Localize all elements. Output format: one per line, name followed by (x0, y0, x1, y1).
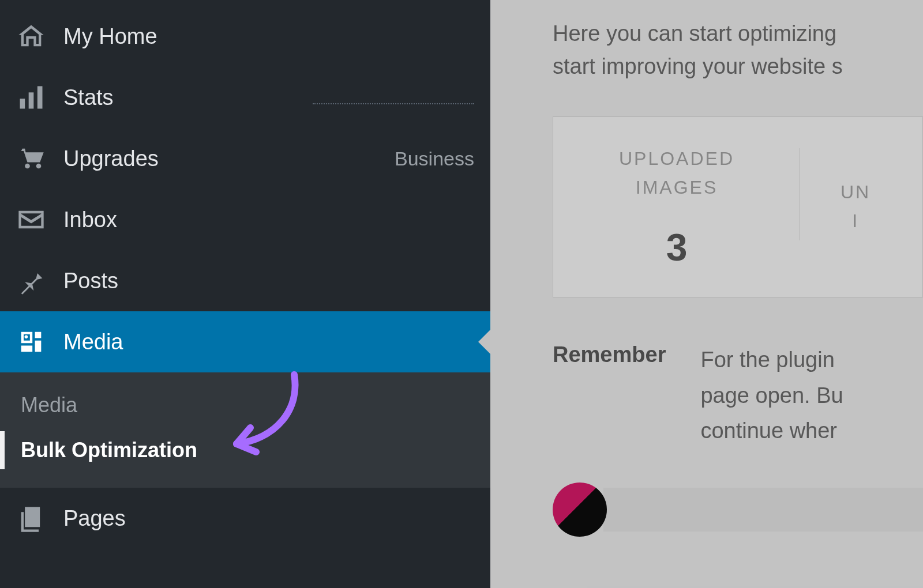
progress-row (553, 483, 923, 537)
mail-icon (16, 205, 46, 235)
admin-sidebar: My Home Stats Upgrades Business Inbox Po… (0, 0, 490, 588)
stats-sparkline-placeholder (313, 91, 474, 104)
submenu-item-bulk-optimization[interactable]: Bulk Optimization (0, 428, 490, 473)
svg-rect-2 (37, 86, 43, 109)
svg-rect-1 (29, 92, 34, 108)
progress-bar (603, 488, 923, 532)
sidebar-item-posts[interactable]: Posts (0, 250, 490, 311)
sidebar-item-my-home[interactable]: My Home (0, 6, 490, 67)
sidebar-item-stats[interactable]: Stats (0, 67, 490, 128)
sidebar-item-label: Media (63, 330, 474, 355)
pin-icon (16, 266, 46, 296)
sidebar-item-label: My Home (63, 24, 474, 49)
submenu-item-media[interactable]: Media (0, 383, 490, 428)
stats-panel: UPLOADED IMAGES 3 UN I (553, 116, 923, 297)
stat-label: UPLOADED IMAGES (582, 145, 771, 202)
stat-uploaded-images: UPLOADED IMAGES 3 (553, 117, 800, 297)
bar-chart-icon (16, 82, 46, 112)
remember-label: Remember (553, 342, 666, 367)
sidebar-item-label: Inbox (63, 208, 474, 232)
sidebar-item-label: Upgrades (63, 146, 377, 171)
cart-icon (16, 144, 46, 174)
plan-badge: Business (395, 148, 474, 170)
media-submenu: Media Bulk Optimization (0, 372, 490, 488)
sidebar-item-label: Stats (63, 85, 295, 110)
remember-text: For the plugin page open. Bu continue wh… (700, 342, 843, 449)
sidebar-item-pages[interactable]: Pages (0, 488, 490, 549)
sidebar-item-label: Pages (63, 506, 474, 531)
svg-rect-0 (20, 99, 25, 108)
sidebar-item-media[interactable]: Media (0, 311, 490, 372)
remember-block: Remember For the plugin page open. Bu co… (553, 342, 923, 449)
stat-value: 3 (666, 225, 688, 269)
intro-text: Here you can start optimizing start impr… (553, 17, 923, 83)
svg-point-3 (25, 336, 28, 339)
stat-label: UN I (841, 178, 871, 235)
main-content: Here you can start optimizing start impr… (490, 0, 923, 588)
progress-knob-icon (553, 483, 607, 537)
sidebar-item-inbox[interactable]: Inbox (0, 189, 490, 250)
submenu-item-label: Bulk Optimization (21, 438, 197, 462)
sidebar-item-label: Posts (63, 269, 474, 293)
home-icon (16, 21, 46, 51)
stat-cell-partial: UN I (800, 117, 899, 297)
submenu-item-label: Media (21, 393, 77, 417)
media-icon (16, 327, 46, 357)
sidebar-item-upgrades[interactable]: Upgrades Business (0, 128, 490, 189)
pages-icon (16, 503, 46, 533)
